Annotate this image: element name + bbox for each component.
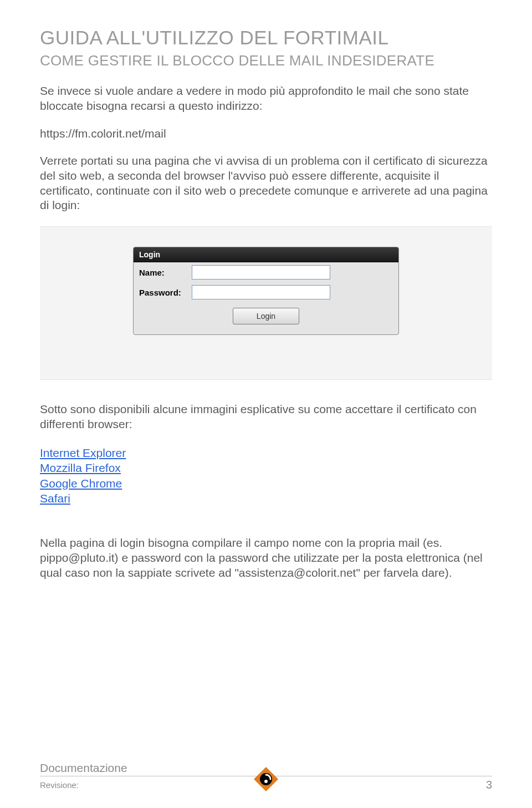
link-firefox[interactable]: Mozzilla Firefox	[40, 460, 492, 475]
password-label: Password:	[139, 288, 192, 297]
password-input[interactable]	[192, 285, 330, 299]
login-header: Login	[134, 247, 398, 262]
login-box: Login Name: Password: Login	[133, 247, 399, 335]
paragraph-intro: Se invece si vuole andare a vedere in mo…	[40, 84, 492, 114]
url-text: https://fm.colorit.net/mail	[40, 127, 492, 140]
paragraph-final: Nella pagina di login bisogna compilare …	[40, 536, 492, 581]
paragraph-below-image: Sotto sono disponibili alcune immagini e…	[40, 402, 492, 432]
footer-revision: Revisione:	[40, 780, 79, 790]
footer: Documentazione Revisione: 3	[40, 761, 492, 791]
page-title: GUIDA ALL'UTILIZZO DEL FORTIMAIL	[40, 27, 492, 49]
page-number: 3	[486, 779, 492, 791]
name-label: Name:	[139, 268, 192, 277]
login-button[interactable]: Login	[233, 308, 299, 324]
paragraph-after-url: Verrete portati su una pagina che vi avv…	[40, 154, 492, 214]
login-screenshot: Login Name: Password: Login	[40, 226, 492, 380]
link-ie[interactable]: Internet Explorer	[40, 445, 492, 460]
svg-point-3	[264, 780, 268, 783]
page-subtitle: COME GESTIRE IL BLOCCO DELLE MAIL INDESI…	[40, 52, 492, 69]
logo-icon	[253, 766, 279, 792]
browser-links: Internet Explorer Mozzilla Firefox Googl…	[40, 445, 492, 506]
link-safari[interactable]: Safari	[40, 491, 492, 506]
name-input[interactable]	[192, 265, 330, 280]
link-chrome[interactable]: Google Chrome	[40, 476, 492, 491]
